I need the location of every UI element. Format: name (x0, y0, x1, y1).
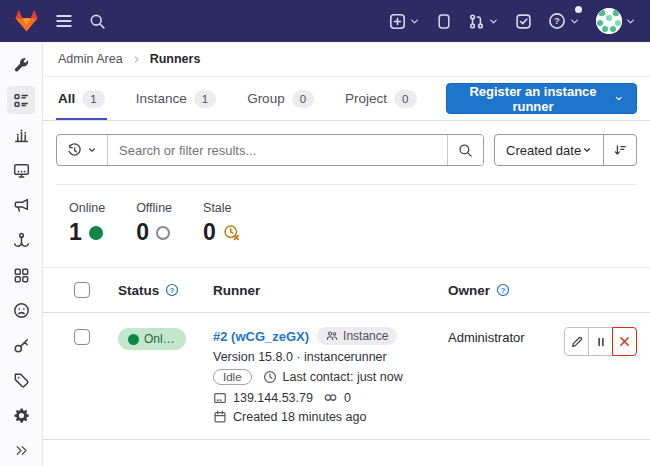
chevron-down-icon (569, 16, 580, 27)
edit-runner-button[interactable] (564, 327, 589, 356)
sidebar-item-abuse-reports[interactable] (7, 296, 35, 324)
chevron-down-icon (614, 93, 624, 104)
runner-actions (563, 327, 637, 356)
sidebar-item-monitoring[interactable] (7, 156, 35, 184)
filter-bar: Created date (43, 121, 650, 178)
sidebar-item-analytics[interactable] (7, 121, 35, 149)
column-label: Owner (448, 283, 490, 298)
column-status: Status ? (118, 283, 213, 298)
sort-descending-icon (613, 143, 627, 157)
tab-count-badge: 0 (394, 90, 416, 108)
chevron-down-icon (582, 145, 592, 155)
sidebar-item-applications[interactable] (7, 261, 35, 289)
column-label: Status (118, 283, 159, 298)
link-icon (323, 390, 338, 405)
admin-sidebar (0, 42, 43, 466)
close-icon (618, 335, 631, 348)
tab-group[interactable]: Group 0 (245, 77, 316, 120)
gitlab-logo-icon[interactable] (14, 7, 39, 35)
tab-project[interactable]: Project 0 (343, 77, 418, 120)
search-icon[interactable] (89, 7, 106, 35)
sidebar-item-system-hooks[interactable] (7, 226, 35, 254)
column-label: Runner (213, 283, 260, 298)
runner-link[interactable]: #2 (wCG_zeGX) (213, 329, 309, 344)
top-navigation-bar: ? (0, 0, 650, 42)
column-owner: Owner ? (448, 283, 563, 298)
user-menu[interactable] (596, 7, 636, 35)
runner-ip-line: 139.144.53.79 0 (213, 390, 440, 405)
stat-label: Offline (136, 201, 172, 215)
row-checkbox[interactable] (74, 329, 90, 345)
tab-count-badge: 1 (82, 90, 104, 108)
search-submit-icon[interactable] (447, 135, 483, 165)
chevron-down-icon (87, 145, 97, 155)
register-button-label: Register an instance runner (459, 84, 608, 114)
sidebar-item-overview[interactable] (7, 86, 35, 114)
owner-help-icon[interactable]: ? (496, 283, 510, 297)
register-instance-runner-button[interactable]: Register an instance runner (446, 83, 638, 114)
hamburger-menu-icon[interactable] (55, 7, 73, 35)
chevron-down-icon (625, 16, 636, 27)
delete-runner-button[interactable] (612, 327, 637, 356)
tab-count-badge: 0 (292, 90, 314, 108)
breadcrumb: Admin Area Runners (43, 42, 650, 77)
tab-instance[interactable]: Instance 1 (134, 77, 218, 120)
sort-control: Created date (494, 134, 637, 166)
online-dot-icon (128, 334, 139, 345)
runner-type-badge: Instance (317, 327, 397, 345)
stat-online: Online 1 (69, 201, 105, 246)
stat-offline: Offline 0 (136, 201, 172, 246)
sidebar-item-settings[interactable] (7, 401, 35, 429)
sidebar-item-deploy-keys[interactable] (7, 331, 35, 359)
stat-value: 1 (69, 219, 82, 246)
runner-status-text: Online (144, 332, 176, 346)
column-runner: Runner (213, 283, 448, 298)
new-menu-icon[interactable] (389, 7, 420, 35)
online-status-icon (89, 226, 103, 240)
chevron-down-icon (409, 16, 420, 27)
runner-status-badge: Online (118, 328, 186, 350)
sidebar-item-messages[interactable] (7, 191, 35, 219)
status-help-icon[interactable]: ? (165, 283, 179, 297)
breadcrumb-admin-area[interactable]: Admin Area (58, 52, 123, 66)
breadcrumb-current: Runners (150, 52, 201, 66)
pencil-icon (570, 335, 584, 349)
stat-value: 0 (203, 219, 216, 246)
select-all-checkbox[interactable] (74, 282, 90, 298)
stat-stale: Stale 0 (203, 201, 240, 246)
search-input[interactable] (108, 135, 447, 165)
todos-icon[interactable] (515, 7, 532, 35)
runner-type-label: Instance (343, 329, 388, 343)
tab-label: Instance (136, 91, 187, 106)
calendar-icon (213, 410, 227, 424)
main-content: Admin Area Runners All 1 Instance 1 Grou… (43, 42, 650, 466)
offline-status-icon (156, 226, 170, 240)
breadcrumb-separator-icon (132, 55, 141, 64)
help-menu-icon[interactable]: ? (548, 7, 580, 35)
sort-by-label: Created date (506, 143, 581, 158)
tab-label: All (58, 91, 75, 106)
runner-row: Online #2 (wCG_zeGX) Instance Version 15… (43, 313, 650, 440)
sort-by-dropdown[interactable]: Created date (495, 135, 603, 165)
runner-type-tabs: All 1 Instance 1 Group 0 Project 0 Regis… (43, 77, 650, 121)
merge-requests-icon[interactable] (468, 7, 499, 35)
tab-label: Project (345, 91, 387, 106)
runner-created-line: Created 18 minutes ago (213, 410, 440, 424)
stale-clock-icon (223, 224, 240, 241)
clock-icon (263, 370, 277, 384)
runner-owner[interactable]: Administrator (448, 327, 563, 345)
runners-table-header: Status ? Runner Owner ? (43, 267, 650, 313)
tab-all[interactable]: All 1 (56, 77, 107, 120)
sort-direction-button[interactable] (603, 135, 636, 165)
tab-label: Group (247, 91, 285, 106)
host-icon (213, 391, 227, 405)
svg-text:?: ? (170, 286, 175, 295)
users-icon (326, 330, 338, 342)
issues-icon[interactable] (436, 7, 452, 35)
sidebar-item-labels[interactable] (7, 366, 35, 394)
pause-runner-button[interactable] (588, 327, 613, 356)
recent-searches-dropdown[interactable] (57, 135, 108, 165)
sidebar-expand-icon[interactable] (7, 436, 35, 464)
stat-label: Stale (203, 201, 240, 215)
admin-wrench-icon[interactable] (7, 51, 35, 79)
